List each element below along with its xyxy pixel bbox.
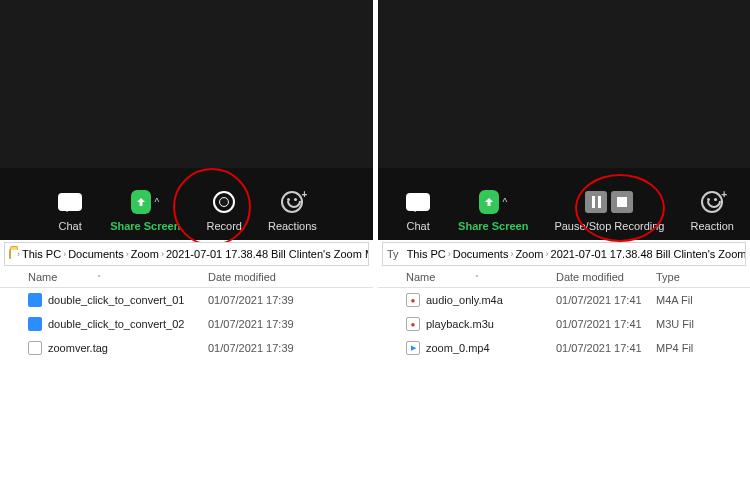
- file-list-right: audio_only.m4a 01/07/2021 17:41 M4A Fil …: [378, 288, 750, 360]
- file-name: double_click_to_convert_01: [48, 294, 184, 306]
- pause-stop-recording-button[interactable]: Pause/Stop Recording: [552, 188, 666, 232]
- zoom-file-icon: [28, 317, 42, 331]
- audio-file-icon: [406, 293, 420, 307]
- file-row[interactable]: audio_only.m4a 01/07/2021 17:41 M4A Fil: [406, 288, 750, 312]
- columns-header-left[interactable]: Name˄ Date modified: [0, 266, 373, 288]
- bc-item[interactable]: Zoom: [515, 248, 543, 260]
- share-screen-icon: [479, 190, 498, 214]
- file-date: 01/07/2021 17:41: [556, 342, 656, 354]
- reactions-label: Reactions: [268, 220, 317, 232]
- bc-item[interactable]: This PC: [407, 248, 446, 260]
- chat-button[interactable]: Chat: [402, 188, 434, 232]
- col-type-label[interactable]: Type: [656, 271, 716, 283]
- file-name: audio_only.m4a: [426, 294, 503, 306]
- file-row[interactable]: double_click_to_convert_01 01/07/2021 17…: [28, 288, 373, 312]
- generic-file-icon: [28, 341, 42, 355]
- bc-item[interactable]: Zoom: [131, 248, 159, 260]
- zoom-file-icon: [28, 293, 42, 307]
- file-name: double_click_to_convert_02: [48, 318, 184, 330]
- file-row[interactable]: zoom_0.mp4 01/07/2021 17:41 MP4 Fil: [406, 336, 750, 360]
- zoom-meeting-window-right: Chat ^ Share Screen Pause/S: [378, 0, 750, 240]
- file-date: 01/07/2021 17:39: [208, 342, 308, 354]
- file-date: 01/07/2021 17:39: [208, 294, 308, 306]
- col-ty-stub: Ty: [387, 248, 399, 260]
- share-screen-icon: [131, 190, 150, 214]
- chat-icon: [58, 193, 82, 211]
- file-type: MP4 Fil: [656, 342, 716, 354]
- share-screen-button[interactable]: ^ Share Screen: [108, 188, 182, 232]
- file-row[interactable]: playback.m3u 01/07/2021 17:41 M3U Fil: [406, 312, 750, 336]
- chat-label: Chat: [406, 220, 429, 232]
- video-file-icon: [406, 341, 420, 355]
- chat-icon: [406, 193, 430, 211]
- reactions-button[interactable]: + Reaction: [688, 188, 735, 232]
- folder-icon: [9, 249, 11, 259]
- file-name: playback.m3u: [426, 318, 494, 330]
- share-label: Share Screen: [458, 220, 528, 232]
- bc-item[interactable]: Documents: [453, 248, 509, 260]
- file-type: M4A Fil: [656, 294, 716, 306]
- share-label: Share Screen: [110, 220, 180, 232]
- record-icon: [213, 191, 235, 213]
- share-caret-icon[interactable]: ^: [155, 197, 160, 208]
- reactions-label: Reaction: [690, 220, 733, 232]
- file-date: 01/07/2021 17:41: [556, 318, 656, 330]
- col-name-label[interactable]: Name: [406, 271, 435, 283]
- record-button[interactable]: Record: [204, 188, 243, 232]
- file-name: zoomver.tag: [48, 342, 108, 354]
- share-screen-button[interactable]: ^ Share Screen: [456, 188, 530, 232]
- playlist-file-icon: [406, 317, 420, 331]
- stop-icon[interactable]: [611, 191, 633, 213]
- breadcrumb-right[interactable]: Ty This PC› Documents› Zoom› 2021-07-01 …: [382, 242, 746, 266]
- file-list-left: double_click_to_convert_01 01/07/2021 17…: [0, 288, 373, 360]
- zoom-meeting-window-left: Chat ^ Share Screen Record + Reactions: [0, 0, 373, 240]
- smiley-icon: +: [701, 191, 723, 213]
- breadcrumb-left[interactable]: › This PC› Documents› Zoom› 2021-07-01 1…: [4, 242, 369, 266]
- col-date-label[interactable]: Date modified: [556, 271, 656, 283]
- reactions-button[interactable]: + Reactions: [266, 188, 319, 232]
- smiley-icon: +: [281, 191, 303, 213]
- file-date: 01/07/2021 17:39: [208, 318, 308, 330]
- zoom-toolbar-left: Chat ^ Share Screen Record + Reactions: [0, 168, 373, 240]
- share-caret-icon[interactable]: ^: [503, 197, 508, 208]
- file-type: M3U Fil: [656, 318, 716, 330]
- zoom-toolbar-right: Chat ^ Share Screen Pause/S: [378, 168, 750, 240]
- chat-label: Chat: [59, 220, 82, 232]
- bc-item[interactable]: 2021-07-01 17.38.48 Bill Clinten's Zoom …: [166, 248, 369, 260]
- bc-item[interactable]: This PC: [22, 248, 61, 260]
- file-date: 01/07/2021 17:41: [556, 294, 656, 306]
- file-explorer-right: Ty This PC› Documents› Zoom› 2021-07-01 …: [378, 242, 750, 500]
- file-row[interactable]: zoomver.tag 01/07/2021 17:39: [28, 336, 373, 360]
- file-explorer-left: › This PC› Documents› Zoom› 2021-07-01 1…: [0, 242, 373, 500]
- pause-icon[interactable]: [585, 191, 607, 213]
- pausestop-label: Pause/Stop Recording: [554, 220, 664, 232]
- file-row[interactable]: double_click_to_convert_02 01/07/2021 17…: [28, 312, 373, 336]
- file-name: zoom_0.mp4: [426, 342, 490, 354]
- bc-item[interactable]: Documents: [68, 248, 124, 260]
- record-label: Record: [206, 220, 241, 232]
- col-name-label[interactable]: Name: [28, 271, 57, 283]
- columns-header-right[interactable]: Name˄ Date modified Type: [378, 266, 750, 288]
- bc-item[interactable]: 2021-07-01 17.38.48 Bill Clinten's Zoom …: [551, 248, 746, 260]
- chat-button[interactable]: Chat: [54, 188, 86, 232]
- col-date-label[interactable]: Date modified: [208, 271, 308, 283]
